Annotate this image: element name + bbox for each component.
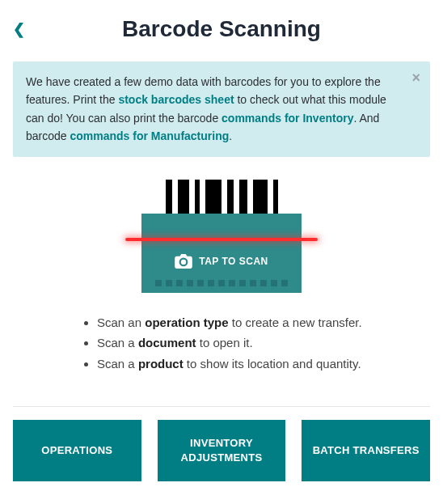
info-banner: We have created a few demo data with bar… <box>13 61 430 157</box>
operations-button[interactable]: OPERATIONS <box>13 420 141 481</box>
commands-inventory-link[interactable]: commands for Inventory <box>222 112 353 125</box>
commands-manufacturing-link[interactable]: commands for Manufacturing <box>70 129 229 142</box>
button-row: OPERATIONS INVENTORY ADJUSTMENTS BATCH T… <box>0 420 443 498</box>
close-icon: × <box>411 70 420 86</box>
instruction-item: Scan a product to show its location and … <box>97 354 394 375</box>
back-button[interactable]: ❮ <box>13 20 25 38</box>
close-banner-button[interactable]: × <box>411 70 420 87</box>
camera-icon <box>175 254 192 269</box>
banner-text-4: . <box>229 129 232 142</box>
header: ❮ Barcode Scanning <box>0 0 443 55</box>
instruction-item: Scan an operation type to create a new t… <box>97 312 394 333</box>
tap-to-scan-button[interactable]: TAP TO SCAN <box>141 180 302 293</box>
batch-transfers-button[interactable]: BATCH TRANSFERS <box>302 420 430 481</box>
barcode-lower: TAP TO SCAN <box>141 214 302 293</box>
scan-area: TAP TO SCAN <box>0 180 443 293</box>
divider <box>13 406 430 407</box>
page-title: Barcode Scanning <box>13 16 430 42</box>
inventory-adjustments-button[interactable]: INVENTORY ADJUSTMENTS <box>158 420 286 481</box>
stock-barcodes-link[interactable]: stock barcodes sheet <box>118 93 234 106</box>
chevron-left-icon: ❮ <box>13 21 25 37</box>
scan-label: TAP TO SCAN <box>199 256 268 267</box>
instructions: Scan an operation type to create a new t… <box>0 312 443 375</box>
scan-laser-line <box>125 238 318 241</box>
instruction-item: Scan a document to open it. <box>97 332 394 354</box>
barcode-dots <box>155 280 288 286</box>
